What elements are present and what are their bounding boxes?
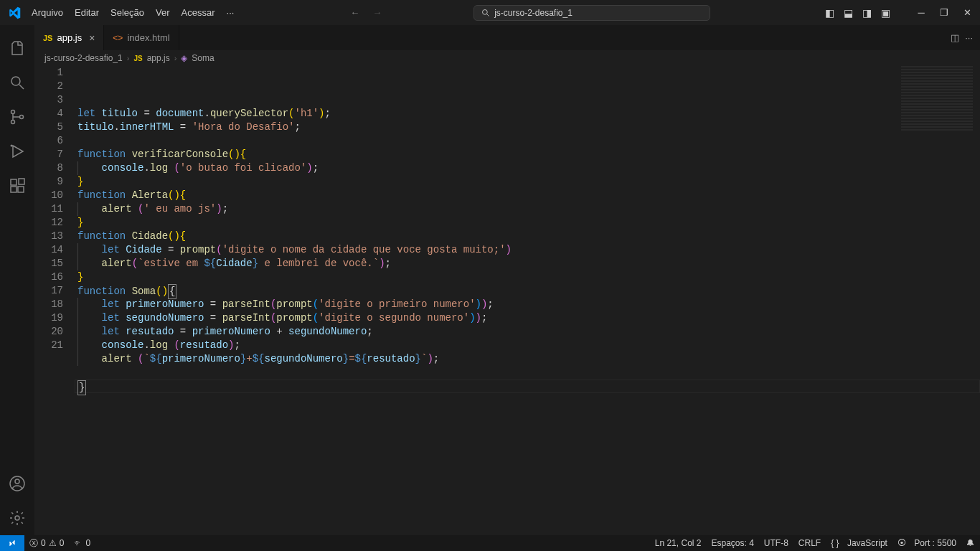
accounts-icon[interactable] <box>0 466 34 501</box>
bell-icon: 🔔︎ <box>966 538 975 548</box>
breadcrumbs[interactable]: js-curso-2-desafio_1 › JS app.js › ◈ Som… <box>34 50 980 66</box>
breadcrumb-folder[interactable]: js-curso-2-desafio_1 <box>44 53 123 63</box>
svg-rect-10 <box>18 187 24 192</box>
extensions-icon[interactable] <box>0 169 34 203</box>
toggle-sidebar-right-icon[interactable]: ◨ <box>858 3 875 23</box>
customize-layout-icon[interactable]: ▣ <box>877 3 894 23</box>
editor-tab[interactable]: JSapp.js× <box>34 25 104 50</box>
svg-line-3 <box>19 85 24 89</box>
js-file-icon: JS <box>133 55 142 62</box>
js-file-icon: JS <box>43 34 52 42</box>
status-notifications[interactable]: 🔔︎ <box>961 538 980 548</box>
radio-tower-icon: ᯤ <box>74 538 83 548</box>
status-ports[interactable]: ᯤ0 <box>69 535 95 551</box>
svg-point-14 <box>15 516 19 520</box>
activity-bar <box>0 25 34 535</box>
line-numbers: 123456789101112131415161718192021 <box>34 66 77 535</box>
menu-bar: ArquivoEditarSeleçãoVerAcessar··· <box>26 3 240 22</box>
svg-point-4 <box>11 110 15 114</box>
menu-item-editar[interactable]: Editar <box>69 3 105 22</box>
menu-item-acessar[interactable]: Acessar <box>176 3 221 22</box>
command-center[interactable]: js-curso-2-desafio_1 <box>473 5 710 21</box>
toggle-sidebar-left-icon[interactable]: ◧ <box>821 3 838 23</box>
svg-point-6 <box>20 116 24 119</box>
breadcrumb-symbol[interactable]: Soma <box>192 53 214 63</box>
svg-rect-9 <box>11 187 17 192</box>
minimize-button[interactable]: ─ <box>911 3 931 23</box>
status-bar: ⓧ0 ⚠0 ᯤ0 Ln 21, Col 2 Espaços: 4 UTF-8 C… <box>0 535 980 551</box>
source-control-icon[interactable] <box>0 100 34 134</box>
broadcast-icon: ⦿ <box>897 538 906 548</box>
tab-label: app.js <box>57 32 82 43</box>
symbol-method-icon: ◈ <box>181 53 187 63</box>
html-file-icon: <> <box>113 33 123 43</box>
layout-icons: ◧ ⬓ ◨ ▣ <box>821 3 894 23</box>
search-icon <box>481 9 490 17</box>
toggle-panel-icon[interactable]: ⬓ <box>839 3 857 23</box>
nav-back-icon[interactable]: ← <box>350 7 359 18</box>
status-live-server[interactable]: ⦿ Port : 5500 <box>892 538 961 548</box>
nav-forward-icon[interactable]: → <box>372 7 382 18</box>
titlebar: ArquivoEditarSeleçãoVerAcessar··· ← → js… <box>0 0 980 25</box>
status-cursor-position[interactable]: Ln 21, Col 2 <box>650 538 707 548</box>
remote-indicator[interactable] <box>0 535 24 551</box>
breadcrumb-file[interactable]: app.js <box>147 53 170 63</box>
svg-point-0 <box>483 9 488 14</box>
editor-tab[interactable]: <>index.html <box>104 25 179 50</box>
chevron-right-icon: › <box>127 54 130 62</box>
settings-gear-icon[interactable] <box>0 501 34 535</box>
braces-icon: { } <box>831 538 839 548</box>
close-button[interactable]: ✕ <box>957 3 977 23</box>
menu-item-arquivo[interactable]: Arquivo <box>26 3 69 22</box>
status-indentation[interactable]: Espaços: 4 <box>706 538 758 548</box>
svg-point-5 <box>11 121 15 124</box>
status-encoding[interactable]: UTF-8 <box>759 538 793 548</box>
svg-point-2 <box>11 77 20 85</box>
code-content[interactable]: let titulo = document.querySelector('h1'… <box>77 66 980 535</box>
menu-item-seleção[interactable]: Seleção <box>105 3 150 22</box>
code-editor[interactable]: 123456789101112131415161718192021 let ti… <box>34 66 980 535</box>
chevron-right-icon: › <box>174 54 177 62</box>
status-problems[interactable]: ⓧ0 ⚠0 <box>24 535 69 551</box>
editor-tabs: JSapp.js×<>index.html ◫ ··· <box>34 25 980 50</box>
svg-rect-8 <box>11 179 17 185</box>
split-editor-icon[interactable]: ◫ <box>951 32 959 43</box>
more-actions-icon[interactable]: ··· <box>965 32 973 43</box>
close-tab-icon[interactable]: × <box>89 32 95 44</box>
svg-rect-11 <box>19 179 24 184</box>
run-debug-icon[interactable] <box>0 134 34 169</box>
vscode-logo-icon <box>3 1 26 24</box>
svg-line-1 <box>487 14 489 16</box>
svg-point-13 <box>15 479 19 484</box>
warning-icon: ⚠ <box>49 538 57 548</box>
status-eol[interactable]: CRLF <box>793 538 826 548</box>
tab-label: index.html <box>127 32 169 43</box>
status-language[interactable]: { } JavaScript <box>826 538 892 548</box>
explorer-icon[interactable] <box>0 31 34 65</box>
maximize-button[interactable]: ❐ <box>934 3 954 23</box>
menu-item-···[interactable]: ··· <box>221 3 240 22</box>
search-activity-icon[interactable] <box>0 65 34 100</box>
command-center-text: js-curso-2-desafio_1 <box>494 8 573 18</box>
menu-item-ver[interactable]: Ver <box>150 3 176 22</box>
nav-arrows: ← → <box>350 7 382 18</box>
error-icon: ⓧ <box>29 537 38 550</box>
svg-point-7 <box>11 145 13 147</box>
